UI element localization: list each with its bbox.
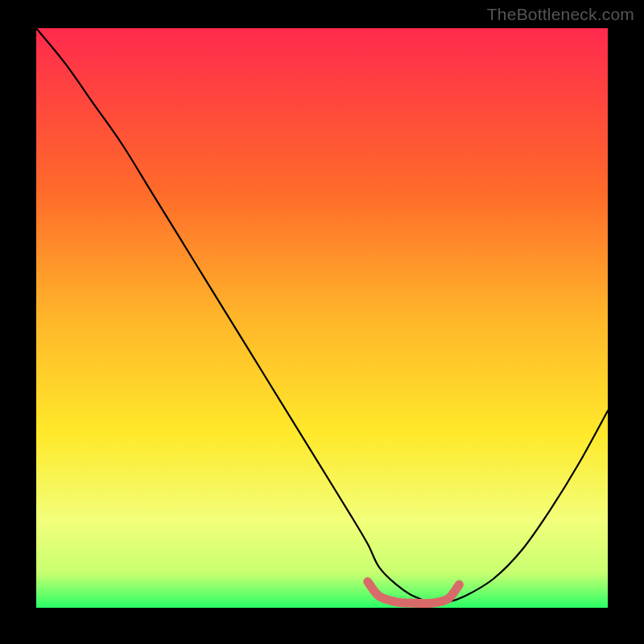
chart-frame: { "watermark": "TheBottleneck.com", "col…: [0, 0, 644, 644]
watermark-text: TheBottleneck.com: [487, 5, 634, 24]
gradient-background: [36, 28, 608, 608]
bottleneck-chart: [36, 28, 608, 608]
